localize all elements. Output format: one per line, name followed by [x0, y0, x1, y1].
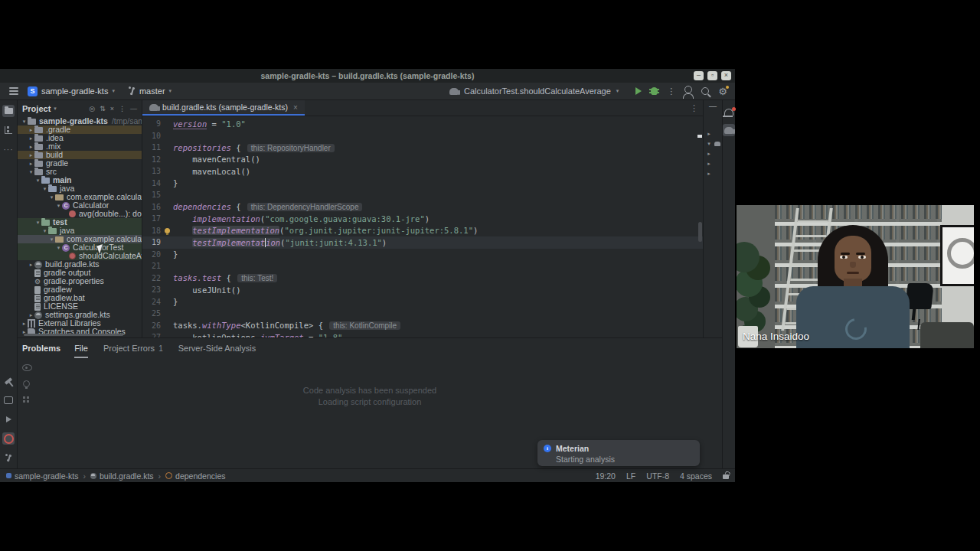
code-line-21[interactable]: 21 — [142, 260, 703, 272]
gradle-tree-row[interactable]: ▾ — [706, 139, 720, 148]
chevron-icon[interactable]: ▾ — [706, 141, 713, 147]
code-line-17[interactable]: 17 implementation("com.google.guava:guav… — [142, 213, 703, 225]
breadcrumb-item[interactable]: sample-gradle-kts — [15, 471, 78, 481]
breadcrumb-item[interactable]: dependencies — [175, 471, 225, 481]
tree-item-gradlew-bat[interactable]: gradlew.bat — [18, 294, 142, 302]
panel-options-icon[interactable]: ⋮ — [119, 105, 126, 112]
debug-button[interactable] — [651, 87, 658, 95]
tree-item-gradle-properties[interactable]: ⚙gradle.properties — [18, 277, 142, 285]
chevron-icon[interactable]: ▸ — [706, 151, 713, 157]
gradle-tree-row[interactable]: ▸ — [706, 158, 720, 168]
chevron-icon[interactable]: ▾ — [21, 117, 28, 126]
code-line-26[interactable]: 26tasks.withType<KotlinCompile> { this: … — [142, 320, 703, 332]
collapse-all-icon[interactable]: × — [110, 105, 114, 112]
code-line-22[interactable]: 22tasks.test { this: Test! — [142, 272, 703, 285]
chevron-icon[interactable]: ▸ — [28, 151, 34, 159]
code-line-24[interactable]: 24} — [142, 296, 703, 308]
editor-tab[interactable]: build.gradle.kts (sample-gradle-kts) × — [142, 100, 305, 116]
tree-item--idea[interactable]: ▸.idea — [18, 134, 142, 142]
notifications-bell-icon[interactable] — [723, 105, 735, 117]
close-button[interactable]: × — [721, 71, 731, 80]
project-widget[interactable]: S sample-gradle-kts ▾ — [28, 86, 115, 96]
code-line-11[interactable]: 11repositories { this: RepositoryHandler — [142, 142, 703, 154]
tab-options-icon[interactable]: ⋮ — [690, 103, 703, 113]
close-tab-icon[interactable]: × — [293, 103, 298, 112]
chevron-down-icon[interactable]: ▾ — [54, 106, 57, 112]
structure-tool-button[interactable] — [2, 124, 15, 136]
chevron-icon[interactable]: ▾ — [34, 218, 41, 227]
chevron-icon[interactable]: ▾ — [55, 201, 62, 210]
indent-size[interactable]: 4 spaces — [680, 471, 712, 481]
bulb-filter-icon[interactable] — [23, 380, 30, 387]
lock-icon[interactable] — [723, 474, 729, 479]
code-line-19[interactable]: 19 testImplementation("junit:junit:4.13.… — [142, 236, 703, 249]
eye-icon[interactable] — [22, 364, 32, 371]
code-line-23[interactable]: 23 useJUnit() — [142, 284, 703, 296]
run-configuration-widget[interactable]: CalculatorTest.shouldCalculateAverage ▾ — [449, 86, 619, 96]
locate-file-icon[interactable]: ◎ — [89, 105, 95, 112]
project-tool-button[interactable] — [2, 105, 15, 117]
search-everywhere-icon[interactable] — [701, 87, 709, 95]
project-horizontal-scrollbar[interactable] — [24, 334, 123, 336]
tree-item-sample-gradle-kts[interactable]: ▾sample-gradle-kts/tmp/sample-gradl — [18, 117, 142, 126]
editor-scrollbar[interactable] — [697, 132, 703, 337]
chevron-icon[interactable]: ▸ — [28, 159, 34, 168]
tab-project-errors[interactable]: Project Errors1 — [103, 338, 163, 358]
line-ending[interactable]: LF — [626, 471, 635, 481]
tree-item-gradle[interactable]: ▸gradle — [18, 159, 142, 168]
chevron-icon[interactable]: ▸ — [21, 319, 28, 328]
notification-card[interactable]: i Meterian Starting analysis — [537, 440, 700, 466]
code-line-9[interactable]: 9version = "1.0" — [142, 118, 703, 130]
chevron-icon[interactable]: ▾ — [55, 243, 62, 252]
chevron-icon[interactable]: ▸ — [28, 142, 34, 151]
code-line-20[interactable]: 20} — [142, 249, 703, 261]
tree-item--mix[interactable]: ▸.mix — [18, 142, 142, 151]
breadcrumb-item[interactable]: build.gradle.kts — [100, 471, 154, 481]
settings-gear-icon[interactable]: ⚙ — [718, 86, 727, 96]
tree-item-avg-double-double[interactable]: avg(double...): double — [18, 210, 142, 218]
tab-file[interactable]: File — [74, 338, 88, 358]
encoding[interactable]: UTF-8 — [646, 471, 669, 481]
tree-item-build[interactable]: ▸build — [18, 151, 142, 159]
code-line-12[interactable]: 12 mavenCentral() — [142, 154, 703, 166]
hide-panel-icon[interactable]: — — [130, 105, 137, 112]
tab-server-side-analysis[interactable]: Server-Side Analysis — [178, 338, 256, 358]
chevron-icon[interactable]: ▾ — [34, 176, 41, 184]
code-line-14[interactable]: 14} — [142, 178, 703, 190]
caret-position[interactable]: 19:20 — [596, 471, 616, 481]
expand-collapse-icon[interactable]: ⇅ — [100, 105, 106, 112]
gradle-tree-row[interactable]: ▸ — [706, 148, 720, 158]
gradle-tree-row[interactable]: ▸ — [706, 168, 720, 178]
scrollbar-thumb[interactable] — [698, 222, 702, 242]
code-line-15[interactable]: 15 — [142, 189, 703, 201]
tree-item--gradle[interactable]: ▸.gradle — [18, 126, 142, 134]
code-line-16[interactable]: 16dependencies { this: DependencyHandler… — [142, 201, 703, 214]
hide-panel-icon[interactable]: — — [709, 104, 717, 109]
chevron-icon[interactable]: ▸ — [28, 311, 34, 319]
code-with-me-icon[interactable] — [684, 86, 692, 93]
chevron-icon[interactable]: ▸ — [28, 126, 34, 134]
terminal-tool-button[interactable] — [2, 394, 15, 406]
more-actions-icon[interactable]: ⋮ — [667, 87, 675, 95]
build-tool-button[interactable] — [2, 375, 15, 387]
hamburger-menu-icon[interactable] — [9, 90, 18, 92]
code-line-25[interactable]: 25 — [142, 308, 703, 320]
code-line-10[interactable]: 10 — [142, 130, 703, 142]
chevron-icon[interactable]: ▾ — [48, 193, 55, 201]
code-line-18[interactable]: 18 testImplementation("org.junit.jupiter… — [142, 225, 703, 237]
intention-bulb-icon[interactable] — [161, 228, 173, 233]
run-tool-button[interactable] — [2, 413, 15, 425]
run-button[interactable] — [635, 87, 642, 95]
gradle-tool-button[interactable] — [723, 124, 735, 136]
minimize-button[interactable]: – — [694, 71, 704, 80]
chevron-icon[interactable]: ▾ — [41, 227, 48, 235]
more-tool-windows-button[interactable]: ··· — [2, 143, 15, 155]
code-line-13[interactable]: 13 mavenLocal() — [142, 165, 703, 178]
chevron-icon[interactable]: ▸ — [706, 131, 713, 137]
chevron-icon[interactable]: ▸ — [28, 134, 34, 142]
settings-grid-icon[interactable] — [23, 396, 25, 399]
code-editor[interactable]: 9version = "1.0"1011repositories { this:… — [142, 116, 703, 337]
chevron-icon[interactable]: ▸ — [28, 260, 34, 269]
chevron-icon[interactable]: ▸ — [706, 161, 713, 167]
chevron-icon[interactable]: ▸ — [706, 171, 713, 177]
